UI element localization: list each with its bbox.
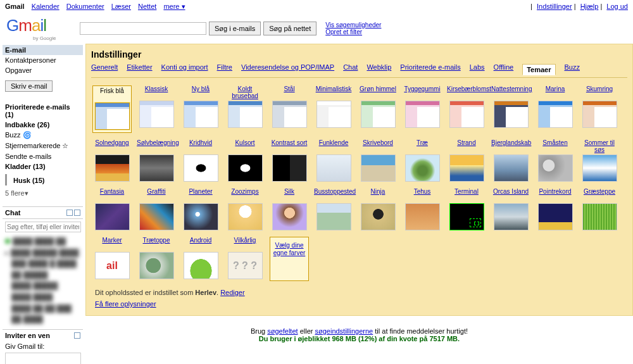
theme-sm-sten[interactable]: Småsten — [536, 139, 575, 182]
show-search-options[interactable]: Vis søgemuligheder — [325, 22, 381, 28]
theme-tehus[interactable]: Tehus — [403, 188, 442, 230]
sidebar: E-mail Kontaktpersoner Opgaver Skriv e-m… — [0, 44, 85, 364]
chat-min-icon[interactable] — [66, 210, 73, 216]
tab-labs[interactable]: Labs — [470, 63, 485, 75]
theme-frisk-bl-[interactable]: Frisk blå — [92, 85, 132, 133]
top-bar: Gmail Kalender Dokumenter Læser Nettet m… — [0, 0, 633, 13]
chat-pop-icon[interactable] — [74, 210, 80, 216]
chat-header: Chat — [3, 206, 83, 219]
page-footer: Brug søgefeltet eller søgeindstillingern… — [85, 316, 633, 348]
label-item[interactable]: Kladder (13) — [3, 161, 83, 172]
edit-location-link[interactable]: Rediger — [220, 289, 245, 296]
header: Gmail by Google Søg i e-mails Søg på net… — [0, 13, 633, 44]
chat-list: ████ ████ ██ ▸ ████ █████ ████ ███ ████ … — [3, 235, 83, 327]
label-item[interactable]: Indbakke (26) — [3, 120, 83, 130]
tab-temaer[interactable]: Temaer — [522, 64, 555, 75]
tab-filtre[interactable]: Filtre — [217, 63, 232, 75]
theme-koldt-brusebad[interactable]: Koldt brusebad — [225, 85, 265, 133]
theme-kontrast-sort[interactable]: Kontrast sort — [270, 139, 309, 182]
tab-prioriterede-e-mails[interactable]: Prioriterede e-mails — [400, 63, 460, 75]
create-filter[interactable]: Opret et filter — [325, 28, 362, 35]
theme-grid: Frisk blåKlassiskNy blåKoldt brusebadStå… — [91, 78, 627, 285]
theme-tr-[interactable]: Træ — [403, 139, 442, 182]
nav-mail[interactable]: E-mail — [3, 45, 83, 55]
more-labels[interactable]: 5 flere▾ — [3, 185, 83, 201]
theme-orcas-island[interactable]: Orcas Island — [491, 188, 530, 230]
theme-kridhvid[interactable]: Kridhvid — [181, 139, 220, 182]
tab-generelt[interactable]: Generelt — [91, 63, 118, 75]
nav-tasks[interactable]: Opgaver — [3, 65, 83, 75]
theme-nattestemning[interactable]: Nattestemning — [491, 85, 530, 133]
top-link-help[interactable]: Hjælp — [580, 3, 599, 10]
theme-minimalistisk[interactable]: Minimalistisk — [314, 85, 353, 133]
theme-zoozimps[interactable]: Zoozimps — [225, 188, 265, 230]
theme-skrivebord[interactable]: Skrivebord — [358, 139, 398, 182]
theme-graffiti[interactable]: Graffiti — [137, 188, 176, 230]
theme-s-lvbel-gning[interactable]: Sølvbelægning — [137, 139, 176, 182]
theme-ny-bl-[interactable]: Ny blå — [181, 85, 220, 133]
theme-bjerglandskab[interactable]: Bjerglandskab — [491, 139, 530, 182]
settings-title: Indstillinger — [91, 48, 627, 63]
tab-etiketter[interactable]: Etiketter — [127, 63, 152, 75]
theme-tr-toppe[interactable]: Trætoppe — [137, 237, 176, 281]
invite-header: Inviter en ven — [3, 329, 83, 341]
theme-tyggegummi[interactable]: Tyggegummi — [403, 85, 442, 133]
theme-planeter[interactable]: Planeter — [181, 188, 220, 230]
theme-kirseb-rblomst[interactable]: Kirsebærblomst — [447, 85, 486, 133]
theme-fantasia[interactable]: Fantasia — [92, 188, 132, 230]
top-link-docs[interactable]: Dokumenter — [66, 3, 104, 10]
invite-min-icon[interactable] — [74, 332, 80, 339]
footer-search-link[interactable]: søgefeltet — [267, 327, 298, 335]
label-husk[interactable]: Husk (15) — [5, 174, 83, 185]
theme-marker[interactable]: Markerail — [92, 237, 132, 281]
tab-videresendelse-og-pop-imap[interactable]: Videresendelse og POP/IMAP — [241, 63, 334, 75]
theme-skumring[interactable]: Skumring — [580, 85, 619, 133]
theme-vilk-rlig[interactable]: Vilkårlig? ? ? — [225, 237, 265, 281]
theme-sommer-til-s-s[interactable]: Sommer til søs — [580, 139, 619, 182]
theme-kulsort[interactable]: Kulsort — [225, 139, 265, 182]
top-link-calendar[interactable]: Kalender — [32, 3, 60, 10]
tab-webklip[interactable]: Webklip — [367, 63, 391, 75]
theme-st-l[interactable]: Stål — [270, 85, 309, 133]
theme-gr-n-himmel[interactable]: Grøn himmel — [358, 85, 398, 133]
label-item[interactable]: Sendte e-mails — [3, 151, 83, 161]
tab-chat[interactable]: Chat — [343, 63, 358, 75]
top-link-more[interactable]: mere ▾ — [163, 3, 185, 10]
content: Indstillinger GenereltEtiketterKonti og … — [85, 44, 633, 364]
invite-email-input[interactable] — [5, 353, 81, 364]
theme-gr-steppe[interactable]: Græsteppe — [580, 188, 619, 230]
label-item[interactable]: Prioriterede e-mails (1) — [3, 102, 83, 120]
location-line: Dit opholdssted er indstillet som Herlev… — [91, 285, 627, 296]
theme-ninja[interactable]: Ninja — [358, 188, 398, 230]
search-bar: Søg i e-mails Søg på nettet Vis søgemuli… — [80, 22, 381, 35]
search-input[interactable] — [80, 22, 206, 35]
top-link-logout[interactable]: Log ud — [606, 3, 628, 10]
top-link-web[interactable]: Nettet — [138, 3, 156, 10]
theme-pointrekord[interactable]: Pointrekord — [536, 188, 575, 230]
theme-strand[interactable]: Strand — [447, 139, 486, 182]
top-link-settings[interactable]: Indstillinger — [537, 3, 572, 10]
theme-custom-colors[interactable]: Vælg dine egne farver — [270, 237, 309, 281]
footer-search-settings-link[interactable]: søgeindstillingerne — [315, 327, 373, 335]
label-item[interactable]: Stjernemarkerede ☆ — [3, 141, 83, 151]
chat-search-input[interactable] — [5, 222, 81, 232]
more-info-link[interactable]: Få flere oplysninger — [95, 300, 156, 308]
theme-klassisk[interactable]: Klassisk — [137, 85, 176, 133]
compose-button[interactable]: Skriv e-mail — [5, 80, 53, 92]
settings-tabs: GenereltEtiketterKonti og importFiltreVi… — [91, 63, 627, 78]
theme-android[interactable]: Android — [181, 237, 220, 281]
top-link-reader[interactable]: Læser — [111, 3, 131, 10]
theme-terminal[interactable]: Terminal — [447, 188, 486, 230]
theme-solnedgang[interactable]: Solnedgang — [92, 139, 132, 182]
theme-silk[interactable]: Silk — [270, 188, 309, 230]
tab-offline[interactable]: Offline — [494, 63, 514, 75]
theme-busstoppested[interactable]: Busstoppested — [314, 188, 353, 230]
search-web-button[interactable]: Søg på nettet — [263, 22, 316, 35]
search-mail-button[interactable]: Søg i e-mails — [209, 22, 261, 35]
tab-konti-og-import[interactable]: Konti og import — [161, 63, 208, 75]
tab-buzz[interactable]: Buzz — [565, 63, 580, 75]
label-item[interactable]: Buzz 🌀 — [3, 130, 83, 141]
theme-marina[interactable]: Marina — [536, 85, 575, 133]
theme-funklende[interactable]: Funklende — [314, 139, 353, 182]
nav-contacts[interactable]: Kontaktpersoner — [3, 55, 83, 65]
